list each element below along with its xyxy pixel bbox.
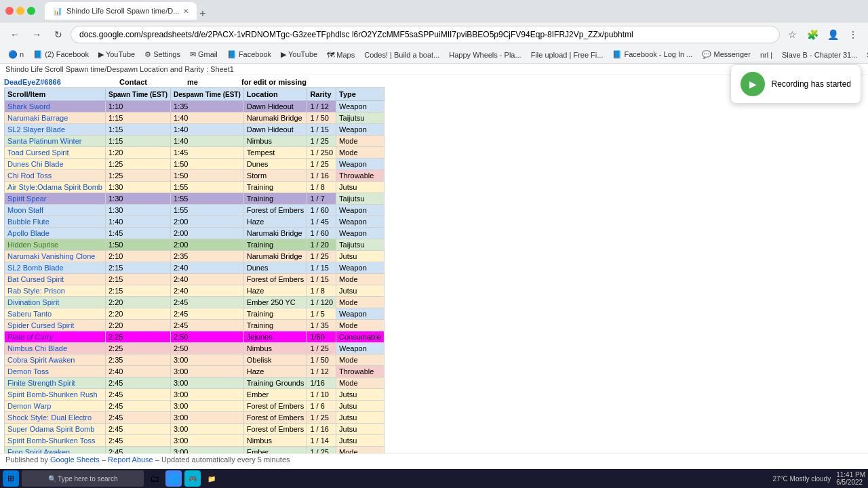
cell-rarity: 1 / 25: [307, 159, 336, 170]
new-tab-button[interactable]: +: [199, 7, 205, 20]
address-bar[interactable]: [71, 26, 780, 43]
bookmark-n[interactable]: 🔵 n: [5, 49, 26, 60]
cell-location: Nimbus: [243, 435, 307, 447]
bookmark-slave-b[interactable]: Slave B - Chapter 31...: [779, 49, 860, 60]
cell-name: Hidden Suprise: [5, 239, 106, 251]
cell-name: Demon Warp: [5, 401, 106, 412]
cell-rarity: 1 / 25: [307, 136, 336, 147]
cell-despawn: 2:00: [171, 216, 244, 228]
cell-name: Bubble Flute: [5, 216, 106, 228]
cell-despawn: 3:00: [171, 389, 244, 401]
taskbar-task-view[interactable]: 🗂: [146, 470, 163, 487]
cell-location: Forest of Embers: [243, 401, 307, 412]
footer-report-link[interactable]: Report Abuse: [108, 455, 153, 464]
taskbar-weather: 27°C Mostly cloudy: [772, 475, 831, 483]
cell-despawn: 2:45: [171, 320, 244, 331]
cell-spawn: 1:10: [106, 101, 171, 113]
cell-type: Taijutsu: [336, 193, 384, 205]
recording-icon: [741, 75, 765, 96]
col-location: Location: [243, 88, 307, 101]
bookmark-speedtest[interactable]: Speedtest by Ookla...: [864, 49, 868, 60]
cell-rarity: 1 / 45: [307, 216, 336, 228]
cell-location: Dunes: [243, 159, 307, 170]
bookmark-messenger[interactable]: 💬 Messenger: [699, 49, 753, 60]
cell-location: Forest of Embers: [243, 205, 307, 216]
cell-location: Ember 250 YC: [243, 297, 307, 308]
cell-spawn: 2:10: [106, 251, 171, 262]
cell-name: Spirit Bomb-Shuriken Rush: [5, 389, 106, 401]
active-tab[interactable]: 📊 Shindo Life Scroll Spawn time/D... ✕: [45, 2, 197, 20]
footer-bar: Published by Google Sheets – Report Abus…: [0, 453, 868, 465]
taskbar-windows-icon[interactable]: ⊞: [3, 470, 19, 487]
cell-name: Divination Spirit: [5, 297, 106, 308]
cell-name: Bat Cursed Spirit: [5, 274, 106, 285]
bookmark-file-upload[interactable]: File upload | Free Fi...: [528, 49, 606, 60]
cell-rarity: 1 / 120: [307, 297, 336, 308]
bookmark-facebook[interactable]: 📘 Facebook: [224, 49, 274, 60]
tab-close-icon[interactable]: ✕: [183, 7, 189, 15]
forward-button[interactable]: →: [27, 25, 46, 44]
menu-icon[interactable]: ⋮: [844, 25, 863, 44]
profile-icon[interactable]: 👤: [823, 25, 842, 44]
cell-spawn: 2:25: [106, 343, 171, 354]
refresh-button[interactable]: ↻: [49, 25, 68, 44]
cell-name: Saberu Tanto: [5, 308, 106, 320]
cell-location: Training: [243, 308, 307, 320]
col-scroll-item: Scroll/Item: [5, 88, 106, 101]
table-row: Hidden Suprise 1:50 2:00 Training 1 / 20…: [5, 239, 384, 251]
cell-rarity: 1 / 12: [307, 366, 336, 378]
window-controls[interactable]: [5, 7, 35, 15]
cell-spawn: 2:45: [106, 424, 171, 435]
bookmark-settings[interactable]: ⚙ Settings: [142, 49, 183, 60]
tab-title: Shindo Life Scroll Spawn time/D...: [66, 7, 179, 15]
cell-spawn: 1:25: [106, 159, 171, 170]
bookmark-codes[interactable]: Codes! | Build a boat...: [361, 49, 442, 60]
cell-spawn: 2:25: [106, 331, 171, 343]
cell-spawn: 1:25: [106, 170, 171, 182]
bookmark-gmail[interactable]: ✉ Gmail: [187, 49, 220, 60]
windows-taskbar: ⊞ 🔍 Type here to search 🗂 🌐 🎮 📁 27°C Mos…: [0, 469, 868, 488]
table-row: Spirit Spear 1:30 1:55 Training 1 / 7 Ta…: [5, 193, 384, 205]
cell-rarity: 1 / 16: [307, 424, 336, 435]
cell-name: Toad Cursed Spirit: [5, 147, 106, 159]
table-row: Finite Strength Spirit 2:45 3:00 Trainin…: [5, 378, 384, 389]
cell-despawn: 3:00: [171, 366, 244, 378]
footer-google-sheets-link[interactable]: Google Sheets: [50, 455, 100, 464]
table-row: Rab Style: Prison 2:15 2:40 Haze 1 / 8 J…: [5, 285, 384, 297]
cell-location: Nimbus: [243, 343, 307, 354]
col-type: Type: [336, 88, 384, 101]
close-button[interactable]: [5, 7, 14, 15]
bookmark-maps[interactable]: 🗺 Maps: [324, 49, 357, 60]
taskbar-right-area: 27°C Mostly cloudy 11:41 PM 6/5/2022: [772, 471, 865, 486]
taskbar-chrome-icon[interactable]: 🌐: [165, 470, 182, 487]
taskbar-app3[interactable]: 📁: [203, 470, 220, 487]
bookmark-facebook-login[interactable]: 📘 Facebook - Log In ...: [610, 49, 695, 60]
bookmark-star-icon[interactable]: ☆: [783, 25, 802, 44]
cell-name: Nimbus Chi Blade: [5, 343, 106, 354]
bookmark-youtube2[interactable]: ▶ YouTube: [278, 49, 320, 60]
cell-name: Frog Spirit Awaken: [5, 447, 106, 454]
cell-type: Mode: [336, 447, 384, 454]
minimize-button[interactable]: [16, 7, 24, 15]
cell-location: Training Grounds: [243, 378, 307, 389]
extensions-icon[interactable]: 🧩: [803, 25, 822, 44]
bookmark-happy-wheels[interactable]: Happy Wheels - Pla...: [446, 49, 524, 60]
cell-name: Apollo Blade: [5, 228, 106, 239]
cell-location: Obelisk: [243, 354, 307, 366]
back-button[interactable]: ←: [5, 25, 24, 44]
cell-edit: for edit or missing: [241, 78, 391, 86]
bookmark-nrl[interactable]: nrl |: [757, 49, 775, 60]
cell-location: Training: [243, 182, 307, 193]
sheet-info-text: Shindo Life Scroll Spawn time/Despawn Lo…: [5, 65, 234, 73]
recording-notification: Recording has started: [730, 75, 861, 104]
table-row: Nimbus Chi Blade 2:25 2:50 Nimbus 1 / 25…: [5, 343, 384, 354]
bookmark-youtube[interactable]: ▶ YouTube: [96, 49, 138, 60]
table-row: Air Style:Odama Spirit Bomb 1:30 1:55 Tr…: [5, 182, 384, 193]
bookmark-facebook-notif[interactable]: 📘 (2) Facebook: [31, 49, 92, 60]
maximize-button[interactable]: [27, 7, 35, 15]
taskbar-app2[interactable]: 🎮: [184, 470, 201, 487]
cell-despawn: 1:55: [171, 193, 244, 205]
cell-type: Jutsu: [336, 412, 384, 424]
taskbar-search[interactable]: 🔍 Type here to search: [22, 470, 144, 487]
cell-name: Chi Rod Toss: [5, 170, 106, 182]
